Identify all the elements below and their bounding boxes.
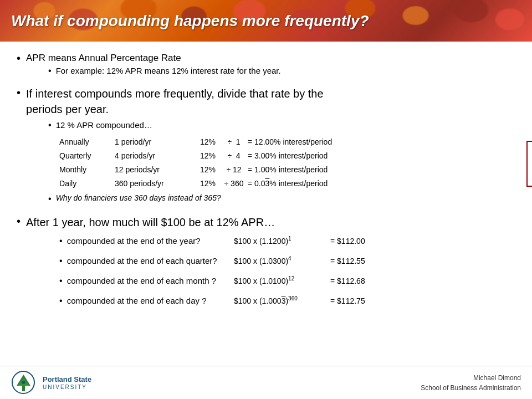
calc-dot-2: • (59, 252, 63, 270)
bullet-apr: • APR means Annual Percentage Rate • For… (17, 52, 515, 80)
svg-point-4 (22, 381, 25, 384)
author-name: Michael Dimond (421, 373, 521, 383)
calc-table: • compounded at the end of the year? $10… (59, 232, 515, 312)
header: What if compounding happens more frequen… (0, 0, 532, 42)
bullet-dot-3: • (17, 213, 21, 229)
sub-bullet-apr-example: • For example: 12% APR means 12% interes… (48, 65, 281, 77)
author-info: Michael Dimond School of Business Admini… (421, 373, 521, 393)
result-annually: = 12.00% interest/period (248, 135, 370, 149)
freq-quarterly: 4 periods/yr (115, 149, 187, 163)
result-monthly: = 1.00% interest/period (248, 163, 370, 177)
calc-row-3: • compounded at the end of each month ? (59, 272, 234, 290)
calc-formula-3: $100 x (1.0100)12 (234, 273, 323, 289)
main-content: • APR means Annual Percentage Rate • For… (0, 42, 532, 323)
after-year-text: After 1 year, how much will $100 be at 1… (26, 216, 275, 228)
footer: Portland State UNIVERSITY Michael Dimond… (0, 366, 532, 399)
div-quarterly: ÷ 4 (220, 149, 248, 163)
calc-row-1: • compounded at the end of the year? (59, 232, 234, 250)
table-row-daily: Daily 360 periods/yr 12% ÷ 360 = 0.03% i… (59, 177, 515, 191)
sub-bullet-why: • Why do financiers use 360 days instead… (48, 193, 515, 205)
svg-rect-1 (22, 386, 25, 391)
psu-subtitle: UNIVERSITY (43, 384, 91, 390)
sub-dot-2: • (48, 119, 52, 131)
header-title: What if compounding happens more frequen… (11, 12, 369, 30)
period-annually: Annually (59, 135, 115, 149)
rate-quarterly: 12% (187, 149, 220, 163)
calc-dot-4: • (59, 292, 63, 310)
calc-formula-1: $100 x (1.1200)1 (234, 233, 323, 249)
calc-formula-2: $100 x (1.0300)4 (234, 253, 323, 269)
apr-example-text: For example: 12% APR means 12% interest … (56, 65, 281, 76)
calc-row-2: • compounded at the end of each quarter? (59, 252, 234, 270)
apr-compounded-label: 12 % APR compounded… (56, 119, 152, 131)
remember-box: Remember towatch out forrounding errors:… (526, 141, 532, 187)
calc-desc-2: compounded at the end of each quarter? (67, 253, 217, 269)
calc-result-4: = $112.75 (330, 293, 380, 309)
period-monthly: Monthly (59, 163, 115, 177)
period-quarterly: Quarterly (59, 149, 115, 163)
calc-result-3: = $112.68 (330, 273, 380, 289)
freq-daily: 360 periods/yr (115, 177, 187, 191)
why-text: Why do financiers use 360 days instead o… (56, 193, 221, 204)
rate-daily: 12% (187, 177, 220, 191)
bullet-compound-freq: • If interest compounds more frequently,… (17, 86, 515, 209)
table-row-quarterly: Quarterly 4 periods/yr 12% ÷ 4 = 3.00% i… (59, 149, 515, 163)
freq-annually: 1 period/yr (115, 135, 187, 149)
calc-desc-4: compounded at the end of each day ? (67, 293, 207, 309)
div-annually: ÷ 1 (220, 135, 248, 149)
bullet-dot-2: • (17, 85, 21, 100)
rate-monthly: 12% (187, 163, 220, 177)
calc-formula-4: $100 x (1.0003)360 (234, 293, 323, 309)
calc-desc-1: compounded at the end of the year? (67, 233, 201, 249)
bullet-after-year: • After 1 year, how much will $100 be at… (17, 214, 515, 312)
period-daily: Daily (59, 177, 115, 191)
calc-result-2: = $112.55 (330, 253, 380, 269)
author-dept: School of Business Administration (421, 383, 521, 393)
calc-dot-3: • (59, 272, 63, 290)
sub-dot-1: • (48, 65, 52, 77)
rate-annually: 12% (187, 135, 220, 149)
div-monthly: ÷ 12 (220, 163, 248, 177)
table-row-annually: Annually 1 period/yr 12% ÷ 1 = 12.00% in… (59, 135, 515, 149)
result-quarterly: = 3.00% interest/period (248, 149, 370, 163)
result-daily: = 0.03% interest/period (248, 177, 370, 191)
sub-bullet-apr-compounded: • 12 % APR compounded… (48, 119, 515, 131)
calc-result-1: = $112.00 (330, 233, 380, 249)
div-daily: ÷ 360 (220, 177, 248, 191)
table-row-monthly: Monthly 12 periods/yr 12% ÷ 12 = 1.00% i… (59, 163, 515, 177)
psu-name: Portland State (43, 375, 91, 384)
apr-main-text: APR means Annual Percentage Rate (26, 53, 181, 63)
calc-desc-3: compounded at the end of each month ? (67, 273, 216, 289)
psu-icon (11, 370, 36, 395)
compound-table: Annually 1 period/yr 12% ÷ 1 = 12.00% in… (59, 135, 515, 191)
calc-dot-1: • (59, 232, 63, 250)
psu-logo: Portland State UNIVERSITY (11, 370, 91, 395)
calc-row-4: • compounded at the end of each day ? (59, 292, 234, 310)
compound-freq-text: If interest compounds more frequently, d… (26, 88, 324, 115)
bullet-dot-1: • (17, 50, 21, 66)
freq-monthly: 12 periods/yr (115, 163, 187, 177)
sub-dot-why: • (48, 193, 52, 205)
